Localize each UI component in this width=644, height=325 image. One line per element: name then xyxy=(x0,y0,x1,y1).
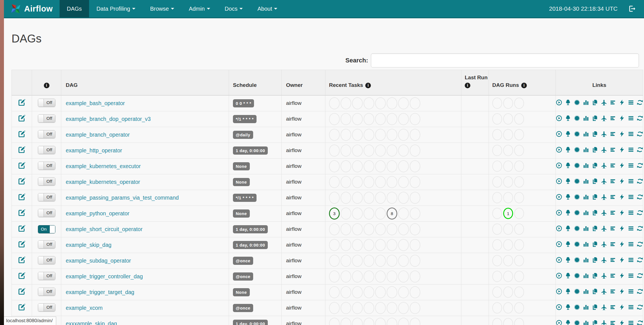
recent-task-circle[interactable] xyxy=(410,176,420,188)
task-duration-icon[interactable] xyxy=(583,162,589,169)
code-view-icon[interactable] xyxy=(619,288,625,295)
task-tries-icon[interactable] xyxy=(592,146,598,153)
task-duration-icon[interactable] xyxy=(583,272,589,279)
recent-task-circle[interactable] xyxy=(352,113,363,125)
dag-run-circle[interactable] xyxy=(503,302,513,313)
recent-task-circle[interactable] xyxy=(387,192,397,204)
tree-view-icon[interactable] xyxy=(565,288,571,295)
recent-task-circle[interactable] xyxy=(375,192,386,204)
recent-task-circle[interactable] xyxy=(410,192,420,204)
landing-times-icon[interactable] xyxy=(601,320,607,325)
recent-task-circle[interactable] xyxy=(329,97,340,109)
dag-pause-toggle[interactable]: Off xyxy=(38,162,55,170)
graph-view-icon[interactable] xyxy=(574,178,580,184)
recent-task-circle[interactable] xyxy=(387,302,397,314)
dag-run-circle[interactable] xyxy=(514,286,524,298)
trigger-dag-icon[interactable] xyxy=(556,225,562,232)
logs-view-icon[interactable] xyxy=(628,288,634,295)
recent-task-circle[interactable] xyxy=(398,145,409,157)
recent-task-circle[interactable] xyxy=(398,318,409,325)
trigger-dag-icon[interactable] xyxy=(556,146,562,153)
code-view-icon[interactable] xyxy=(619,241,625,247)
recent-task-circle[interactable] xyxy=(329,113,340,125)
tree-view-icon[interactable] xyxy=(565,272,571,279)
recent-task-circle[interactable] xyxy=(352,302,363,314)
edit-dag-icon[interactable] xyxy=(18,193,26,201)
dag-link[interactable]: example_subdag_operator xyxy=(66,258,131,264)
tree-view-icon[interactable] xyxy=(565,131,571,137)
task-duration-icon[interactable] xyxy=(583,209,589,216)
dag-link[interactable]: example_passing_params_via_test_command xyxy=(66,195,179,201)
code-view-icon[interactable] xyxy=(619,272,625,279)
gantt-view-icon[interactable] xyxy=(610,162,616,169)
dag-link[interactable]: example_branch_dop_operator_v3 xyxy=(66,116,151,122)
refresh-icon[interactable] xyxy=(637,115,643,121)
tree-view-icon[interactable] xyxy=(565,194,571,200)
logs-view-icon[interactable] xyxy=(628,162,634,169)
code-view-icon[interactable] xyxy=(619,131,625,137)
dag-run-circle[interactable] xyxy=(514,176,524,188)
tree-view-icon[interactable] xyxy=(565,257,571,263)
graph-view-icon[interactable] xyxy=(574,257,580,263)
refresh-icon[interactable] xyxy=(637,146,643,153)
gantt-view-icon[interactable] xyxy=(610,115,616,121)
dag-pause-toggle[interactable]: On xyxy=(38,225,55,233)
task-tries-icon[interactable] xyxy=(592,131,598,137)
dag-pause-toggle[interactable]: Off xyxy=(38,114,55,123)
recent-task-circle[interactable] xyxy=(329,176,340,188)
tree-view-icon[interactable] xyxy=(565,241,571,247)
recent-task-circle[interactable] xyxy=(398,223,409,235)
recent-task-circle[interactable] xyxy=(387,286,397,298)
dag-run-circle[interactable] xyxy=(503,145,513,156)
dag-run-circle[interactable] xyxy=(514,224,524,235)
graph-view-icon[interactable] xyxy=(574,146,580,153)
logs-view-icon[interactable] xyxy=(628,178,634,184)
trigger-dag-icon[interactable] xyxy=(556,241,562,247)
task-duration-icon[interactable] xyxy=(583,225,589,232)
recent-task-circle[interactable] xyxy=(329,286,340,298)
trigger-dag-icon[interactable] xyxy=(556,272,562,279)
recent-task-circle[interactable] xyxy=(341,239,351,251)
recent-task-circle[interactable] xyxy=(352,129,363,141)
recent-task-circle[interactable] xyxy=(375,239,386,251)
trigger-dag-icon[interactable] xyxy=(556,209,562,216)
code-view-icon[interactable] xyxy=(619,178,625,184)
dag-pause-toggle[interactable]: Off xyxy=(38,256,55,264)
recent-task-circle[interactable] xyxy=(341,176,351,188)
gantt-view-icon[interactable] xyxy=(610,320,616,325)
tree-view-icon[interactable] xyxy=(565,320,571,325)
recent-task-circle[interactable] xyxy=(398,255,409,267)
refresh-icon[interactable] xyxy=(637,241,643,247)
recent-task-circle[interactable] xyxy=(375,145,386,157)
trigger-dag-icon[interactable] xyxy=(556,162,562,169)
task-tries-icon[interactable] xyxy=(592,209,598,216)
dag-run-circle[interactable] xyxy=(514,129,524,140)
recent-task-circle[interactable] xyxy=(398,192,409,204)
graph-view-icon[interactable] xyxy=(574,304,580,310)
dag-run-circle[interactable] xyxy=(514,145,524,156)
edit-dag-icon[interactable] xyxy=(18,225,26,232)
dag-link[interactable]: example_kubernetes_operator xyxy=(66,179,140,185)
recent-task-circle[interactable] xyxy=(375,223,386,235)
edit-dag-icon[interactable] xyxy=(18,114,26,122)
recent-task-circle[interactable] xyxy=(364,255,374,267)
recent-task-circle[interactable] xyxy=(410,318,420,325)
trigger-dag-icon[interactable] xyxy=(556,99,562,106)
refresh-icon[interactable] xyxy=(637,225,643,232)
recent-task-circle[interactable] xyxy=(410,223,420,235)
dag-run-circle[interactable] xyxy=(503,161,513,172)
dag-run-circle[interactable] xyxy=(514,208,524,219)
dag-run-circle[interactable] xyxy=(514,192,524,203)
recent-task-circle[interactable] xyxy=(375,318,386,325)
nav-item-about[interactable]: About xyxy=(250,0,285,17)
recent-task-circle[interactable] xyxy=(398,207,409,220)
graph-view-icon[interactable] xyxy=(574,272,580,279)
landing-times-icon[interactable] xyxy=(601,209,607,216)
recent-task-circle[interactable] xyxy=(341,318,351,325)
graph-view-icon[interactable] xyxy=(574,194,580,200)
dag-run-circle[interactable] xyxy=(492,271,502,282)
recent-task-circle[interactable] xyxy=(364,318,374,325)
edit-dag-icon[interactable] xyxy=(18,162,26,169)
recent-task-circle[interactable] xyxy=(364,270,374,283)
gantt-view-icon[interactable] xyxy=(610,304,616,310)
